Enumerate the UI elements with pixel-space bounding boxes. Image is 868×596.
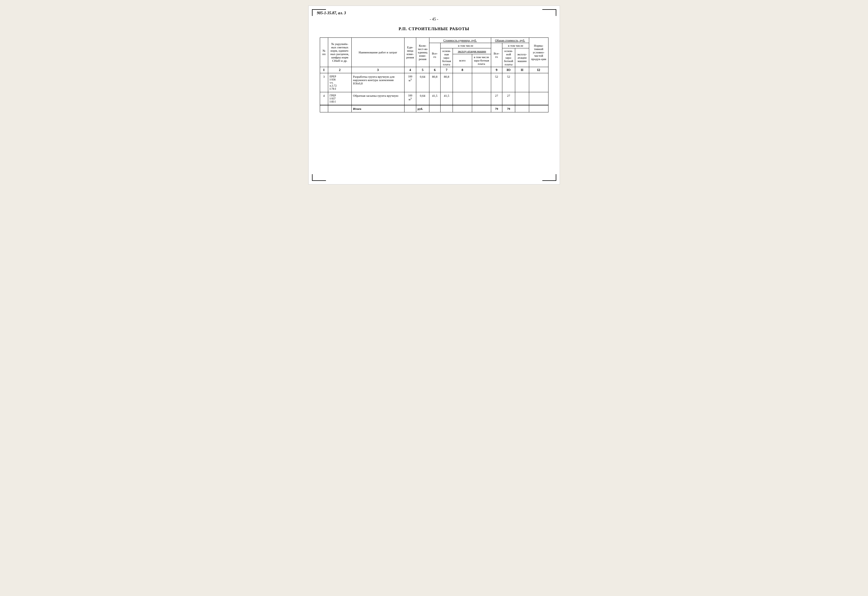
row4-unit-all: 41,5: [429, 92, 440, 105]
row3-norm: [529, 73, 548, 92]
header-cost-unit-group: Стоимость единицы, руб.: [429, 38, 491, 43]
idx-10: IO: [502, 67, 515, 73]
row3-code: ЕРЕР I-936 т.ч. п.3.72 I-78-I: [328, 73, 351, 92]
itogo-unit: [404, 105, 416, 112]
row3-unit-expl: [453, 73, 472, 92]
header-unit-all: Все-го: [429, 43, 440, 67]
idx-4: 4: [404, 67, 416, 73]
header-col1: № пп: [320, 38, 328, 67]
itogo-total-main: 79: [502, 105, 515, 112]
idx-9-empty: [472, 67, 491, 73]
idx-3: 3: [351, 67, 404, 73]
itogo-label: Итого: [351, 105, 404, 112]
row3-total-all: 52: [491, 73, 502, 92]
row3-total-expl: [515, 73, 529, 92]
idx-9: 9: [491, 67, 502, 73]
idx-11: II: [515, 67, 529, 73]
row4-total-all: 27: [491, 92, 502, 105]
row4-code: ГРЕР I-937 I-8I-I: [328, 92, 351, 105]
row4-norm: [529, 92, 548, 105]
idx-5: 5: [416, 67, 429, 73]
header-expl-label: всего: [453, 54, 472, 67]
header-col2: № укрупнён-ных сметных норм, единич-ных …: [328, 38, 351, 67]
row3-unit-expl-sub: [472, 73, 491, 92]
idx-12: I2: [529, 67, 548, 73]
row4-qty: 0,64: [416, 92, 429, 105]
header-total-incl: в том числе: [502, 43, 529, 49]
row4-unit: 100м3: [404, 92, 416, 105]
row3-name: Разработка грунта вручную для наружного …: [351, 73, 404, 92]
corner-tr: [542, 9, 556, 16]
itogo-total-expl: [515, 105, 529, 112]
itogo-blank4: [472, 105, 491, 112]
row4-total-main: 27: [502, 92, 515, 105]
table-row: 4 ГРЕР I-937 I-8I-I Обратная засыпка гру…: [320, 92, 548, 105]
header-col12: Норма-тивной условно-чистой продук-ции: [529, 38, 548, 67]
header-expl-sub: в том числе зара-ботная плата: [472, 54, 491, 67]
itogo-blank1: [429, 105, 440, 112]
header-total-expl: эксплу-атации машин: [515, 49, 529, 67]
idx-1: I: [320, 67, 328, 73]
header-unit-expl: эксплу-атация машин: [453, 49, 491, 54]
header-unit-incl: в том числе: [440, 43, 491, 49]
row4-unit-main: 41,5: [440, 92, 453, 105]
row4-num: 4: [320, 92, 328, 105]
header-unit-main: основ-ная зара-ботная плата: [440, 49, 453, 67]
row4-unit-expl-sub: [472, 92, 491, 105]
itogo-num: [320, 105, 328, 112]
corner-bl: [312, 174, 326, 181]
row3-qty: 0,64: [416, 73, 429, 92]
idx-6: 6: [429, 67, 440, 73]
itogo-blank2: [440, 105, 453, 112]
header-total-group: Общая стоимость, руб.: [491, 38, 529, 43]
idx-8: 8: [453, 67, 472, 73]
header-col5: Коли-чест-во единиц изме-рения: [416, 38, 429, 67]
page: 905-1-35.87, ал. 3 - 45 - Р.П. СТРОИТЕЛЬ…: [309, 6, 560, 184]
row4-name: Обратная засыпка грунта вручную: [351, 92, 404, 105]
row3-num: 3: [320, 73, 328, 92]
idx-7: 7: [440, 67, 453, 73]
header-col4: Еди-ница изме-рения: [404, 38, 416, 67]
main-table: № пп № укрупнён-ных сметных норм, единич…: [320, 37, 548, 112]
itogo-norm: [529, 105, 548, 112]
itogo-row: Итого руб. 79 79: [320, 105, 548, 112]
table-row: 3 ЕРЕР I-936 т.ч. п.3.72 I-78-I Разработ…: [320, 73, 548, 92]
itogo-code: [328, 105, 351, 112]
row4-unit-expl: [453, 92, 472, 105]
itogo-blank3: [453, 105, 472, 112]
header-index-row: I 2 3 4 5 6 7 8 9 IO II I2: [320, 67, 548, 73]
row3-unit-main: 80,8: [440, 73, 453, 92]
doc-id: 905-1-35.87, ал. 3: [317, 11, 346, 15]
row3-unit-all: 80,8: [429, 73, 440, 92]
header-total-main: основ-ной зара-ботной платы: [502, 49, 515, 67]
itogo-total-all: 79: [491, 105, 502, 112]
page-title: Р.П. СТРОИТЕЛЬНЫЕ РАБОТЫ: [320, 27, 548, 31]
page-number: - 45 -: [320, 17, 548, 22]
row3-unit: 100м3: [404, 73, 416, 92]
itogo-unit-label: руб.: [416, 105, 429, 112]
header-total-all: Все-го: [491, 43, 502, 67]
header-col3: Наименование работ и затрат: [351, 38, 404, 67]
row4-total-expl: [515, 92, 529, 105]
corner-br: [542, 174, 556, 181]
idx-2: 2: [328, 67, 351, 73]
row3-total-main: 52: [502, 73, 515, 92]
header-row-1: № пп № укрупнён-ных сметных норм, единич…: [320, 38, 548, 43]
